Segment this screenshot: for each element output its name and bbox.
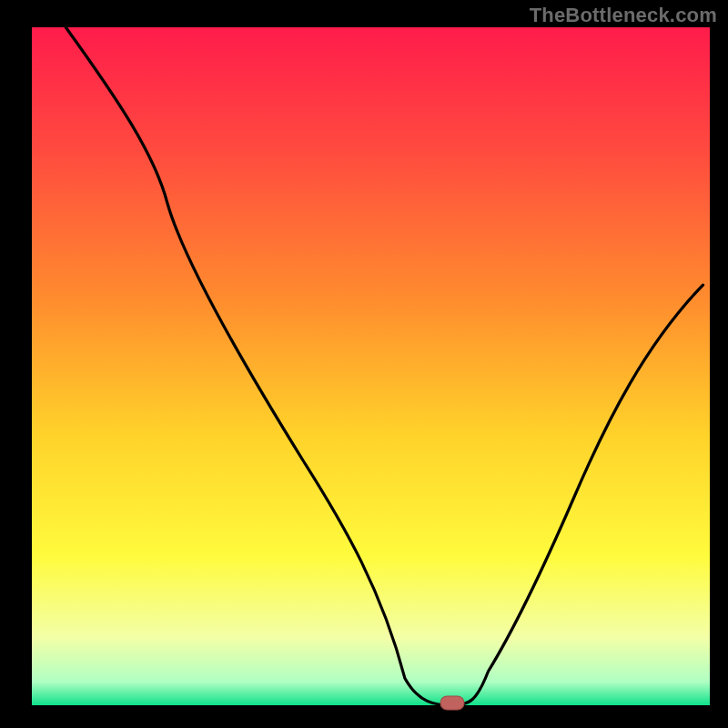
optimal-point-marker xyxy=(440,696,464,710)
chart-container: TheBottleneck.com xyxy=(0,0,728,728)
watermark-text: TheBottleneck.com xyxy=(530,4,717,27)
bottleneck-plot xyxy=(0,0,728,728)
